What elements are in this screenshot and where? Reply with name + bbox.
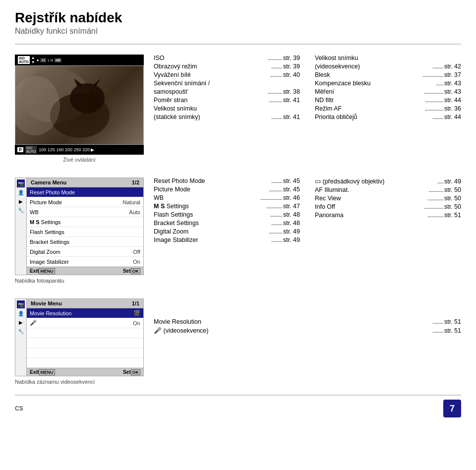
camera-items-right: ▭ (předsádkový objektiv) ..... str. 49 A… <box>315 177 461 284</box>
page-subtitle: Nabídky funkcí snímání <box>15 27 461 36</box>
movie-camera-icon: 📷 <box>17 300 25 308</box>
list-item: samospoušť ............ str. 38 <box>154 88 300 95</box>
camera-menu-content: Camera Menu 1/2 Reset Photo Mode Picture… <box>26 177 144 275</box>
digital-zoom-label: Digital Zoom <box>30 249 133 255</box>
movie-set-button[interactable]: SetOK <box>123 369 140 375</box>
set-button[interactable]: SetOK <box>123 268 140 274</box>
list-item: Obrazový režim ......... str. 39 <box>154 63 300 70</box>
movie-menu-label: Nabídka záznamu videosekvencí <box>15 379 144 385</box>
menu-row-empty-3 <box>27 348 143 358</box>
flash-settings-label: Flash Settings <box>30 229 140 235</box>
movie-menu-box: 📷 👤 ▶ 🔧 Movie Menu 1/1 Movie Resolution … <box>15 298 144 385</box>
menu-row-bracket-settings[interactable]: Bracket Settings <box>27 237 143 247</box>
play-icon: ▶ <box>17 197 25 205</box>
menu-row-wb[interactable]: WB Auto <box>27 207 143 217</box>
movie-menu-with-icons: 📷 👤 ▶ 🔧 Movie Menu 1/1 Movie Resolution … <box>15 298 144 376</box>
middle-right-columns: Reset Photo Mode ......... str. 45 Pictu… <box>154 177 461 284</box>
wrench-icon: 🔧 <box>17 206 25 214</box>
camera-menu-title: Camera Menu <box>31 179 66 185</box>
list-item: Režim AF ............... str. 36 <box>315 105 461 112</box>
exposure-info: 100 125 160 200 250 320 ▶ <box>39 147 94 152</box>
list-item: AF Illuminat. ............ str. 50 <box>315 186 461 193</box>
camera-icon: 📷 <box>17 179 25 187</box>
movie-audio-icon: 🎤 <box>30 320 133 326</box>
list-item: Bracket Settings ......... str. 48 <box>154 220 300 227</box>
list-item: Flash Settings .......... str. 48 <box>154 211 300 218</box>
menu-row-digital-zoom[interactable]: Digital Zoom Off <box>27 247 143 257</box>
page-footer: CS 7 <box>15 395 461 417</box>
movie-menu-footer: ExitMENU SetOK <box>26 368 144 376</box>
list-item: Priorita obličejů ......... str. 44 <box>315 114 461 120</box>
list-item: ▭ (předsádkový objektiv) ..... str. 49 <box>315 177 461 185</box>
preview-image <box>15 65 144 145</box>
picture-mode-value: Natural <box>123 199 140 205</box>
bottom-section: 📷 👤 ▶ 🔧 Movie Menu 1/1 Movie Resolution … <box>15 298 461 385</box>
movie-menu-side-icons: 📷 👤 ▶ 🔧 <box>15 298 26 376</box>
top-menu-columns: ISO ............ str. 39 Obrazový režim … <box>154 55 461 163</box>
movie-menu-title: Movie Menu <box>31 300 62 306</box>
menu-row-movie-audio[interactable]: 🎤 On <box>27 318 143 328</box>
movie-audio-value: On <box>133 320 140 326</box>
list-item: Panorama ............. str. 51 <box>315 212 461 219</box>
menu-row-movie-resolution[interactable]: Movie Resolution 🎬 <box>27 308 143 318</box>
list-item: M S Settings ............. str. 47 <box>154 203 300 210</box>
top-menu-right: Velikost snímku (videosekvence) ........… <box>315 55 461 163</box>
p-mode-badge: P <box>17 147 23 152</box>
list-item: (videosekvence) ......... str. 42 <box>315 63 461 70</box>
menu-side-icons: 📷 👤 ▶ 🔧 <box>15 177 26 275</box>
list-item: 🎤 (videosekvence) ......... str. 51 <box>154 327 461 334</box>
menu-row-empty-1 <box>27 328 143 338</box>
list-item: WB .................. str. 46 <box>154 194 300 201</box>
preview-bottom-bar: P ISOAUTO 100 125 160 200 250 320 ▶ <box>15 145 144 155</box>
menu-row-ms-settings[interactable]: M S Settings <box>27 217 143 227</box>
movie-wrench-icon: 🔧 <box>17 327 25 335</box>
list-item: Sekvenční snímání / <box>154 80 300 87</box>
menu-row-picture-mode[interactable]: Picture Mode Natural <box>27 197 143 207</box>
exit-button[interactable]: ExitMENU <box>30 268 55 274</box>
ms-settings-label: M S Settings <box>30 219 140 225</box>
iso-top-bar: ISOAUTO ▲▼ ● 43 L N HD <box>15 55 144 65</box>
menu-row-image-stabilizer[interactable]: Image Stabilizer On <box>27 257 143 267</box>
iso-auto-label: ISOAUTO <box>25 146 37 154</box>
camera-items-left: Reset Photo Mode ......... str. 45 Pictu… <box>154 177 300 284</box>
movie-menu-content: Movie Menu 1/1 Movie Resolution 🎬 🎤 On <box>26 298 144 376</box>
list-item: Velikost snímku <box>154 105 300 112</box>
movie-person-icon: 👤 <box>17 309 25 317</box>
person-icon: 👤 <box>17 188 25 196</box>
list-item: Kompenzace blesku ...... str. 43 <box>315 80 461 87</box>
list-item: (statické snímky) ......... str. 41 <box>154 114 300 120</box>
page-title: Rejstřík nabídek <box>15 10 461 26</box>
camera-menu-body: Reset Photo Mode Picture Mode Natural WB… <box>26 187 144 267</box>
menu-row-empty-2 <box>27 338 143 348</box>
image-stabilizer-value: On <box>133 259 140 265</box>
camera-preview: ISOAUTO ▲▼ ● 43 L N HD <box>15 55 144 163</box>
middle-section: 📷 👤 ▶ 🔧 Camera Menu 1/2 Reset Photo Mode… <box>15 177 461 284</box>
camera-menu-footer: ExitMENU SetOK <box>26 267 144 275</box>
digital-zoom-value: Off <box>133 249 140 255</box>
camera-menu-page: 1/2 <box>132 179 139 185</box>
list-item: ISO ............ str. 39 <box>154 55 300 61</box>
preview-svg <box>15 66 144 145</box>
top-menu-left: ISO ............ str. 39 Obrazový režim … <box>154 55 300 163</box>
page-number: 7 <box>443 400 461 417</box>
movie-exit-button[interactable]: ExitMENU <box>30 369 55 375</box>
preview-label: Živé ovládání <box>15 157 144 163</box>
svg-marker-4 <box>92 78 101 87</box>
movie-resolution-label: Movie Resolution <box>30 310 133 316</box>
language-badge: CS <box>15 405 23 412</box>
list-item: Movie Resolution ......... str. 51 <box>154 318 461 325</box>
list-item: Digital Zoom ........... str. 49 <box>154 228 300 235</box>
camera-menu-box: 📷 👤 ▶ 🔧 Camera Menu 1/2 Reset Photo Mode… <box>15 177 144 284</box>
image-stabilizer-label: Image Stabilizer <box>30 259 133 265</box>
reset-photo-mode-label: Reset Photo Mode <box>30 189 140 195</box>
menu-row-reset-photo-mode[interactable]: Reset Photo Mode <box>27 187 143 197</box>
list-item: ND filtr ............... str. 44 <box>315 97 461 104</box>
movie-items-column: Movie Resolution ......... str. 51 🎤 (vi… <box>154 298 461 385</box>
list-item: Rec View ............. str. 50 <box>315 195 461 202</box>
menu-row-empty-4 <box>27 358 143 368</box>
camera-menu-label: Nabídka fotoaparátu <box>15 278 144 284</box>
menu-with-icons: 📷 👤 ▶ 🔧 Camera Menu 1/2 Reset Photo Mode… <box>15 177 144 275</box>
menu-row-flash-settings[interactable]: Flash Settings <box>27 227 143 237</box>
svg-point-2 <box>70 83 105 113</box>
movie-play-icon: ▶ <box>17 318 25 326</box>
